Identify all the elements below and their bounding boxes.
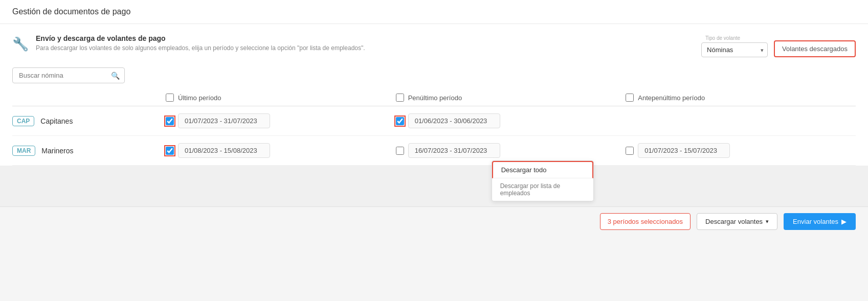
table-header-row: Último período Penúltimo período Antepen… — [12, 89, 856, 106]
mar-ultimo-cell: 01/08/2023 - 15/08/2023 — [166, 143, 396, 158]
ultimo-periodo-label: Último período — [178, 94, 221, 102]
tipo-volante-label: Tipo de volante — [705, 35, 740, 41]
cap-ultimo-checkbox[interactable] — [166, 117, 174, 125]
volantes-descargados-button[interactable]: Volantes descargados — [774, 40, 856, 57]
search-section: 🔍 — [12, 67, 856, 83]
penultimo-periodo-label: Penúltimo período — [408, 94, 462, 102]
nomina-info-mar: MAR Marineros — [12, 146, 166, 156]
col-antepenultimo-header: Antepenúltimo período — [626, 94, 856, 102]
mar-badge: MAR — [12, 146, 35, 156]
antepenultimo-periodo-checkbox-all[interactable] — [626, 94, 634, 102]
section-text: Envío y descarga de volantes de pago Par… — [36, 34, 365, 52]
cap-penultimo-cell: 01/06/2023 - 30/06/2023 — [396, 113, 626, 128]
cap-ultimo-cell: 01/07/2023 - 31/07/2023 — [166, 113, 396, 128]
table-container: Último período Penúltimo período Antepen… — [12, 89, 856, 166]
mar-ultimo-date: 01/08/2023 - 15/08/2023 — [178, 143, 270, 158]
tipo-volante-wrapper: Tipo de volante Nóminas Vacaciones Finiq… — [701, 42, 768, 57]
cap-badge: CAP — [12, 116, 34, 126]
top-right-controls: Tipo de volante Nóminas Vacaciones Finiq… — [701, 34, 856, 57]
section-title: Envío y descarga de volantes de pago — [36, 34, 365, 42]
mar-antepenultimo-checkbox[interactable] — [626, 147, 634, 155]
cap-ultimo-checkbox-wrapper — [166, 117, 174, 125]
cap-penultimo-checkbox-wrapper — [396, 117, 404, 125]
mar-antepenultimo-date: 01/07/2023 - 15/07/2023 — [638, 143, 730, 158]
enviar-volantes-button[interactable]: Enviar volantes ▶ — [784, 213, 856, 230]
footer-bar: Descargar todo Descargar por lista de em… — [0, 206, 868, 236]
section-title-area: 🔧 Envío y descarga de volantes de pago P… — [12, 34, 365, 52]
page-title-bar: Gestión de documentos de pago — [0, 0, 868, 24]
col-ultimo-header: Último período — [166, 94, 396, 102]
mar-penultimo-cell: 16/07/2023 - 31/07/2023 — [396, 143, 626, 158]
descargar-lista-button[interactable]: Descargar por lista de empleados — [492, 178, 593, 201]
col-penultimo-header: Penúltimo período — [396, 94, 626, 102]
enviar-volantes-label: Enviar volantes — [793, 218, 838, 225]
mar-antepenultimo-cell: 01/07/2023 - 15/07/2023 — [626, 143, 856, 158]
section-icon: 🔧 — [12, 36, 29, 52]
descargar-volantes-label: Descargar volantes — [705, 218, 763, 225]
descargar-options-visible: Descargar todo Descargar por lista de em… — [492, 160, 594, 201]
mar-penultimo-date: 16/07/2023 - 31/07/2023 — [408, 143, 500, 158]
descargar-volantes-button[interactable]: Descargar volantes ▾ — [697, 213, 777, 230]
search-input-wrapper: 🔍 — [12, 67, 125, 83]
antepenultimo-periodo-label: Antepenúltimo período — [638, 94, 705, 102]
mar-name: Marineros — [41, 147, 73, 155]
page-title: Gestión de documentos de pago — [12, 7, 856, 16]
periodos-seleccionados-badge: 3 períodos seleccionados — [600, 213, 691, 230]
cap-name: Capitanes — [40, 117, 73, 125]
section-header: 🔧 Envío y descarga de volantes de pago P… — [12, 34, 856, 57]
mar-penultimo-checkbox[interactable] — [396, 147, 404, 155]
mar-ultimo-checkbox-wrapper — [166, 147, 174, 155]
table-row: MAR Marineros 01/08/2023 - 15/08/2023 16… — [12, 136, 856, 166]
tipo-volante-select[interactable]: Nóminas Vacaciones Finiquitos — [701, 42, 768, 57]
ultimo-periodo-checkbox-all[interactable] — [166, 94, 174, 102]
chevron-down-icon: ▾ — [766, 218, 769, 225]
nomina-info-cap: CAP Capitanes — [12, 116, 166, 126]
cap-penultimo-date: 01/06/2023 - 30/06/2023 — [408, 113, 500, 128]
tipo-volante-select-wrapper: Nóminas Vacaciones Finiquitos ▾ — [701, 42, 768, 57]
send-icon: ▶ — [841, 218, 847, 225]
penultimo-periodo-checkbox-all[interactable] — [396, 94, 404, 102]
cap-ultimo-date: 01/07/2023 - 31/07/2023 — [178, 113, 270, 128]
cap-penultimo-checkbox[interactable] — [396, 117, 404, 125]
search-input[interactable] — [12, 67, 125, 83]
mar-ultimo-checkbox[interactable] — [166, 147, 174, 155]
section-subtitle: Para descargar los volantes de solo algu… — [36, 44, 365, 52]
descargar-todo-button[interactable]: Descargar todo — [492, 161, 593, 178]
main-content: 🔧 Envío y descarga de volantes de pago P… — [0, 24, 868, 166]
search-icon: 🔍 — [111, 72, 120, 80]
bottom-gray-section — [0, 166, 868, 206]
table-row: CAP Capitanes 01/07/2023 - 31/07/2023 01… — [12, 106, 856, 136]
